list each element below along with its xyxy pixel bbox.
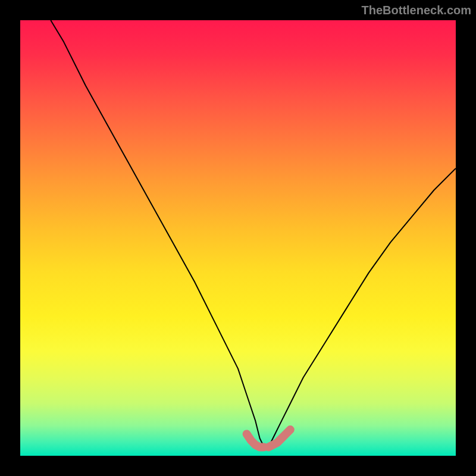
plot-area bbox=[20, 20, 456, 456]
attribution-label: TheBottleneck.com bbox=[362, 4, 471, 17]
highlight-region bbox=[247, 430, 290, 447]
curve-layer bbox=[20, 20, 456, 456]
chart-container: TheBottleneck.com bbox=[0, 0, 476, 476]
bottleneck-curve bbox=[51, 20, 456, 447]
